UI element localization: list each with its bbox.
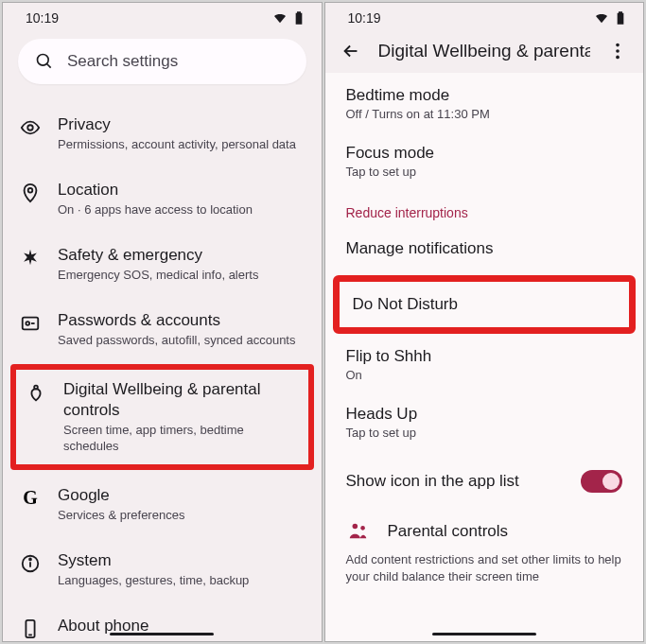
- app-bar-title: Digital Wellbeing & parental...: [378, 41, 591, 61]
- title: Focus mode: [346, 144, 623, 163]
- status-icons: [594, 10, 628, 26]
- item-parental-controls[interactable]: Parental controls: [325, 510, 644, 546]
- search-placeholder: Search settings: [67, 52, 178, 71]
- parental-icon: [346, 521, 371, 542]
- settings-screen: 10:19 Search settings Privacy Permission…: [2, 2, 323, 642]
- item-focus[interactable]: Focus mode Tap to set up: [325, 134, 644, 192]
- privacy-icon: [20, 117, 41, 138]
- nav-handle[interactable]: [432, 633, 536, 635]
- item-bedtime[interactable]: Bedtime mode Off / Turns on at 11:30 PM: [325, 77, 644, 134]
- item-heads-up[interactable]: Heads Up Tap to set up: [325, 395, 644, 453]
- item-manage-notifications[interactable]: Manage notifications: [325, 226, 644, 271]
- search-icon: [35, 52, 54, 71]
- item-digital-wellbeing[interactable]: Digital Wellbeing & parental controls Sc…: [16, 370, 308, 464]
- nav-handle[interactable]: [110, 633, 214, 635]
- item-do-not-disturb[interactable]: Do Not Disturb: [340, 282, 630, 327]
- title: Do Not Disturb: [353, 295, 617, 314]
- svg-point-2: [27, 125, 33, 131]
- title: Parental controls: [388, 522, 509, 541]
- subtitle: On · 6 apps have access to location: [58, 202, 305, 218]
- title: Passwords & accounts: [58, 310, 305, 331]
- show-icon-toggle[interactable]: [581, 470, 622, 493]
- search-settings[interactable]: Search settings: [18, 39, 306, 84]
- app-bar: Digital Wellbeing & parental...: [325, 29, 644, 73]
- item-location[interactable]: Location On · 6 apps have access to loca…: [3, 166, 322, 232]
- subtitle: Saved passwords, autofill, synced accoun…: [58, 333, 305, 349]
- subtitle: On: [346, 368, 623, 382]
- section-reduce: Reduce interruptions: [325, 192, 644, 226]
- subtitle: Off / Turns on at 11:30 PM: [346, 107, 623, 121]
- title: Privacy: [58, 114, 305, 135]
- item-safety[interactable]: Safety & emergency Emergency SOS, medica…: [3, 232, 322, 297]
- item-about-phone[interactable]: About phone Pixel 3: [3, 602, 322, 642]
- item-privacy[interactable]: Privacy Permissions, account activity, p…: [3, 101, 322, 166]
- title: Flip to Shhh: [346, 347, 623, 366]
- battery-icon: [613, 10, 628, 26]
- title: System: [58, 550, 305, 571]
- svg-point-13: [616, 49, 620, 53]
- wellbeing-screen: 10:19 Digital Wellbeing & parental... Be…: [324, 2, 645, 642]
- more-icon[interactable]: [607, 41, 628, 61]
- status-bar: 10:19: [3, 3, 322, 29]
- highlight-dnd: Do Not Disturb: [333, 275, 637, 334]
- item-passwords[interactable]: Passwords & accounts Saved passwords, au…: [3, 297, 322, 362]
- battery-icon: [291, 10, 306, 26]
- svg-point-16: [360, 526, 365, 531]
- item-show-icon[interactable]: Show icon in the app list: [325, 453, 644, 510]
- key-icon: [20, 313, 41, 334]
- svg-point-3: [28, 188, 33, 193]
- subtitle: Languages, gestures, time, backup: [58, 573, 305, 589]
- svg-point-14: [616, 56, 620, 60]
- svg-point-0: [38, 55, 49, 66]
- title: Digital Wellbeing & parental controls: [63, 379, 299, 421]
- item-system[interactable]: System Languages, gestures, time, backup: [3, 537, 322, 602]
- google-icon: G: [23, 487, 38, 509]
- title: Google: [58, 485, 305, 506]
- item-flip-shhh[interactable]: Flip to Shhh On: [325, 338, 644, 395]
- title: Heads Up: [346, 405, 623, 424]
- subtitle: Screen time, app timers, bedtime schedul…: [63, 423, 299, 455]
- wellbeing-icon: [26, 382, 46, 403]
- svg-point-9: [29, 558, 31, 560]
- svg-point-5: [26, 322, 29, 325]
- subtitle: Permissions, account activity, personal …: [58, 137, 305, 153]
- svg-point-12: [616, 44, 620, 47]
- title: Safety & emergency: [58, 245, 305, 266]
- highlight-digital-wellbeing: Digital Wellbeing & parental controls Sc…: [10, 364, 314, 470]
- subtitle: Services & preferences: [58, 508, 305, 524]
- location-icon: [20, 183, 41, 203]
- status-bar: 10:19: [325, 3, 644, 29]
- subtitle: Tap to set up: [346, 426, 623, 440]
- svg-line-1: [47, 64, 51, 68]
- parental-desc: Add content restrictions and set other l…: [325, 546, 644, 585]
- svg-point-15: [352, 524, 358, 530]
- asterisk-icon: [20, 248, 41, 269]
- subtitle: Emergency SOS, medical info, alerts: [58, 268, 305, 284]
- item-google[interactable]: G Google Services & preferences: [3, 472, 322, 537]
- status-icons: [272, 10, 306, 26]
- title: Show icon in the app list: [346, 472, 519, 491]
- title: Location: [58, 180, 305, 200]
- subtitle: Tap to set up: [346, 165, 623, 179]
- status-time: 10:19: [348, 10, 381, 26]
- status-time: 10:19: [26, 10, 59, 26]
- wifi-icon: [594, 10, 609, 26]
- title: Bedtime mode: [346, 86, 623, 105]
- back-icon[interactable]: [340, 41, 361, 61]
- info-icon: [20, 553, 41, 574]
- wifi-icon: [272, 10, 288, 26]
- subtitle: Pixel 3: [58, 638, 305, 642]
- phone-icon: [20, 618, 41, 639]
- title: Manage notifications: [346, 239, 623, 258]
